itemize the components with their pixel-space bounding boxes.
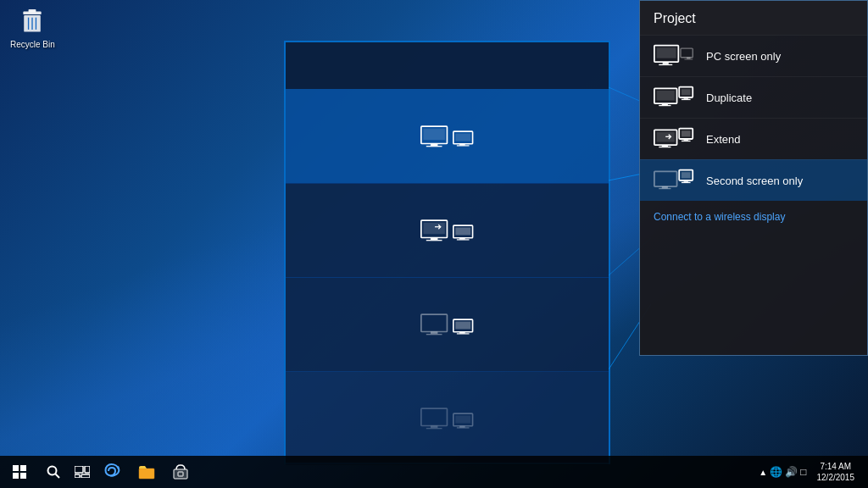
- duplicate-icon: [654, 86, 694, 109]
- svg-rect-36: [456, 427, 469, 428]
- monitor-pair-1: [420, 125, 475, 147]
- display-panel-header: [286, 42, 609, 89]
- svg-rect-1: [29, 9, 36, 13]
- svg-rect-24: [430, 332, 437, 335]
- edge-app-icon[interactable]: [97, 456, 129, 488]
- svg-rect-83: [174, 469, 187, 479]
- time-display: 7:14 AM: [820, 461, 851, 472]
- pc-screen-only-icon: [654, 44, 694, 68]
- monitor-pair-2: [420, 219, 475, 241]
- monitor-pair-4: [420, 408, 475, 430]
- svg-rect-81: [81, 474, 90, 478]
- svg-rect-29: [456, 333, 469, 334]
- svg-rect-44: [659, 64, 672, 65]
- svg-rect-63: [684, 139, 688, 141]
- explorer-app-icon[interactable]: [131, 456, 163, 488]
- svg-rect-20: [455, 228, 470, 236]
- svg-rect-27: [455, 322, 470, 330]
- svg-line-77: [56, 474, 60, 479]
- svg-rect-46: [687, 58, 690, 59]
- svg-rect-11: [455, 133, 470, 141]
- date-display: 12/2/2015: [817, 472, 855, 483]
- extend-label: Extend: [706, 133, 740, 146]
- svg-point-76: [48, 467, 57, 475]
- svg-rect-79: [85, 466, 90, 473]
- monitor-pair-3: [420, 313, 475, 336]
- svg-rect-54: [684, 97, 688, 99]
- search-icon: [47, 465, 60, 479]
- svg-rect-25: [426, 334, 442, 335]
- svg-rect-45: [681, 48, 693, 58]
- svg-rect-74: [13, 473, 19, 479]
- svg-rect-72: [13, 465, 19, 471]
- svg-rect-70: [684, 180, 688, 182]
- connect-wireless-text: Connect to a wireless display: [654, 211, 785, 223]
- connect-wireless-link[interactable]: Connect to a wireless display: [640, 201, 867, 233]
- svg-rect-34: [455, 416, 470, 424]
- display-row-extend: [286, 183, 609, 277]
- taskbar: ▲ 🌐 🔊 □ 7:14 AM 12/2/2015: [0, 456, 868, 488]
- taskbar-right: ▲ 🌐 🔊 □ 7:14 AM 12/2/2015: [759, 461, 868, 483]
- svg-rect-73: [20, 465, 26, 471]
- project-option-second-screen-only[interactable]: Second screen only: [640, 159, 867, 201]
- svg-rect-30: [420, 408, 447, 425]
- start-button[interactable]: [0, 456, 39, 488]
- svg-rect-60: [659, 147, 670, 147]
- task-view-button[interactable]: [68, 456, 97, 488]
- svg-rect-7: [423, 128, 445, 140]
- recycle-bin-icon: [17, 7, 47, 37]
- network-icon[interactable]: 🌐: [770, 466, 782, 478]
- svg-rect-43: [663, 62, 669, 64]
- clock[interactable]: 7:14 AM 12/2/2015: [810, 461, 862, 483]
- store-icon: [173, 464, 188, 480]
- action-center-icon[interactable]: □: [800, 466, 806, 478]
- recycle-bin-label: Recycle Bin: [10, 40, 55, 49]
- svg-rect-75: [20, 473, 26, 479]
- svg-rect-31: [430, 426, 437, 429]
- task-view-icon: [75, 466, 90, 478]
- sys-tray-icons: ▲ 🌐 🔊 □: [759, 466, 806, 478]
- project-panel-title: Project: [640, 1, 867, 35]
- display-panel: [284, 41, 610, 464]
- project-option-extend[interactable]: Extend: [640, 118, 867, 159]
- recycle-bin[interactable]: Recycle Bin: [10, 7, 55, 49]
- explorer-icon: [138, 464, 155, 480]
- display-row-duplicate: [286, 89, 609, 183]
- svg-rect-18: [426, 240, 442, 241]
- second-screen-only-label: Second screen only: [706, 175, 803, 187]
- svg-rect-47: [684, 59, 693, 60]
- windows-icon: [13, 465, 26, 479]
- display-row-dim: [286, 371, 609, 465]
- volume-icon[interactable]: 🔊: [785, 466, 798, 478]
- project-option-pc-screen-only[interactable]: PC screen only: [640, 35, 867, 76]
- svg-rect-8: [430, 143, 437, 146]
- svg-rect-22: [456, 239, 469, 240]
- svg-rect-55: [682, 99, 691, 100]
- svg-rect-32: [426, 428, 442, 429]
- edge-icon: [104, 463, 121, 480]
- svg-rect-67: [659, 188, 670, 189]
- project-option-duplicate[interactable]: Duplicate: [640, 76, 867, 118]
- svg-rect-71: [682, 182, 691, 183]
- svg-rect-69: [682, 172, 691, 178]
- svg-rect-42: [657, 47, 676, 58]
- svg-rect-17: [430, 238, 437, 241]
- svg-rect-51: [659, 105, 670, 106]
- pc-screen-only-label: PC screen only: [706, 50, 781, 63]
- svg-rect-23: [420, 314, 447, 331]
- project-panel: Project PC screen only Duplicate: [639, 0, 868, 356]
- search-button[interactable]: [39, 456, 68, 488]
- svg-rect-53: [682, 89, 691, 95]
- svg-rect-9: [426, 146, 442, 147]
- svg-rect-62: [682, 130, 691, 136]
- svg-rect-15: [423, 223, 445, 235]
- svg-rect-65: [654, 171, 677, 186]
- svg-rect-13: [456, 145, 469, 146]
- taskbar-apps: [97, 456, 197, 488]
- svg-rect-80: [75, 474, 80, 478]
- hidden-icons-chevron[interactable]: ▲: [759, 468, 767, 477]
- second-screen-only-icon: [654, 169, 694, 192]
- duplicate-label: Duplicate: [706, 92, 752, 104]
- svg-rect-49: [657, 91, 675, 101]
- store-app-icon[interactable]: [164, 456, 197, 488]
